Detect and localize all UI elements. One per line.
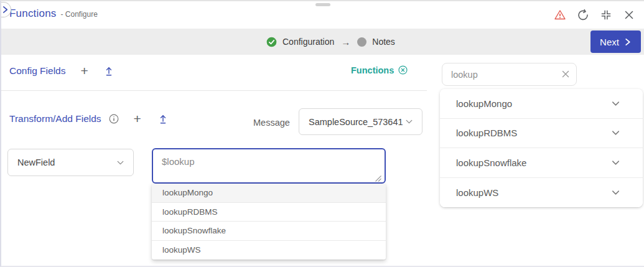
close-icon[interactable] — [623, 9, 635, 21]
functions-chip-label: Functions — [351, 65, 394, 75]
info-icon[interactable] — [109, 114, 119, 124]
function-panel-lookupsnowflake[interactable]: lookupSnowflake — [440, 148, 643, 178]
function-panel-label: lookupWS — [456, 187, 498, 198]
warning-icon[interactable] — [554, 9, 566, 21]
page-title: Functions — [9, 7, 57, 20]
clear-search-icon[interactable] — [560, 68, 571, 80]
expression-textarea[interactable]: $lookup — [152, 148, 386, 184]
field-name-select[interactable]: NewField — [7, 149, 134, 176]
upload-config-fields-icon[interactable] — [103, 65, 114, 77]
next-button-label: Next — [600, 37, 619, 47]
next-button[interactable]: Next — [590, 30, 641, 53]
expression-field-wrap: $lookup — [152, 148, 386, 184]
autocomplete-option[interactable]: lookupWS — [152, 241, 386, 260]
autocomplete-option[interactable]: lookupMongo — [152, 184, 386, 203]
field-name-value: NewField — [17, 157, 55, 167]
chevron-down-icon — [610, 98, 622, 110]
chevron-down-icon — [610, 127, 622, 139]
check-circle-icon — [266, 37, 277, 47]
chevron-down-icon — [115, 157, 126, 168]
dialog-header: Functions - Configure — [1, 1, 644, 29]
transform-fields-title: Transform/Add Fields — [9, 113, 101, 124]
compress-icon[interactable] — [600, 9, 612, 21]
drag-handle[interactable] — [315, 3, 330, 6]
function-panel-label: lookupMongo — [456, 98, 512, 109]
message-select[interactable]: SampleSource_573641 — [299, 108, 422, 135]
autocomplete-option[interactable]: lookupRDBMS — [152, 203, 386, 222]
functions-filter-chip: Functions — [351, 65, 408, 75]
autocomplete-option[interactable]: lookupSnowflake — [152, 222, 386, 241]
chevron-down-icon — [610, 187, 622, 199]
function-search — [442, 63, 577, 86]
functions-configure-dialog: Functions - Configure — [0, 0, 644, 267]
function-panel-lookupmongo[interactable]: lookupMongo — [440, 89, 643, 119]
step-arrow: → — [340, 37, 352, 47]
function-autocomplete-dropdown: lookupMongo lookupRDBMS lookupSnowflake … — [152, 184, 386, 260]
add-transform-field-icon[interactable]: + — [134, 113, 141, 124]
chevron-down-icon — [610, 157, 622, 169]
header-actions — [554, 9, 635, 21]
function-panel-label: lookupRDBMS — [456, 128, 517, 138]
stepper-steps: Configuration → Notes — [266, 29, 395, 55]
chevron-down-icon — [404, 116, 414, 127]
step-dot-icon — [357, 37, 366, 47]
resize-handle-icon[interactable] — [375, 173, 381, 179]
function-panel-lookupws[interactable]: lookupWS — [440, 178, 643, 208]
message-select-value: SampleSource_573641 — [309, 117, 403, 127]
upload-transform-fields-icon[interactable] — [157, 113, 169, 124]
step-configuration-label: Configuration — [282, 37, 334, 47]
add-config-field-icon[interactable]: + — [80, 65, 88, 77]
transform-fields-header: Transform/Add Fields + — [9, 113, 169, 124]
config-fields-header: Config Fields + — [9, 65, 114, 77]
chevron-right-icon — [2, 6, 9, 14]
page-subtitle: - Configure — [61, 10, 98, 19]
step-notes-label: Notes — [372, 37, 395, 47]
section-divider — [1, 90, 427, 91]
function-search-input[interactable] — [442, 63, 577, 86]
message-label: Message — [253, 118, 290, 128]
functions-list: lookupMongo lookupRDBMS lookupSnowflake … — [440, 89, 643, 207]
function-panel-label: lookupSnowflake — [456, 157, 526, 168]
function-panel-lookuprdbms[interactable]: lookupRDBMS — [440, 119, 643, 149]
stepper-bar: Configuration → Notes Next — [1, 29, 644, 55]
refresh-icon[interactable] — [577, 9, 589, 21]
config-fields-title: Config Fields — [9, 65, 65, 77]
remove-functions-filter-icon[interactable] — [398, 65, 408, 75]
chevron-right-icon — [623, 38, 632, 46]
